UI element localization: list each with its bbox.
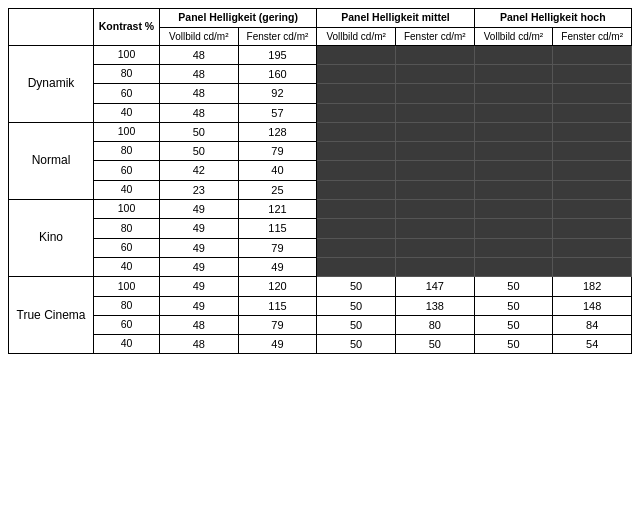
g3-vollbild [474,103,553,122]
table-row: True Cinema100491205014750182 [9,277,632,296]
g3-vollbild [474,200,553,219]
g3-fenster [553,238,632,257]
kontrast-value: 80 [94,142,160,161]
g1-vollbild: 48 [159,64,238,83]
table-row: 402325 [9,180,632,199]
g3-vollbild [474,238,553,257]
g1-vollbild: 49 [159,296,238,315]
g1-fenster: 57 [238,103,317,122]
header-g3-f: Fenster cd/m² [553,27,632,45]
kontrast-value: 40 [94,335,160,354]
g1-vollbild: 49 [159,257,238,276]
g2-vollbild [317,84,396,103]
kontrast-value: 60 [94,161,160,180]
g2-fenster [395,200,474,219]
g2-vollbild [317,180,396,199]
header-group2: Panel Helligkeit mittel [317,9,474,28]
g2-fenster: 50 [395,335,474,354]
g3-vollbild [474,84,553,103]
g3-fenster [553,142,632,161]
table-row: 40484950505054 [9,335,632,354]
g1-vollbild: 48 [159,103,238,122]
table-row: Dynamik10048195 [9,45,632,64]
table-row: Kino10049121 [9,200,632,219]
kontrast-value: 100 [94,122,160,141]
header-g2-vb: Vollbild cd/m² [317,27,396,45]
g3-fenster: 148 [553,296,632,315]
table-row: 60487950805084 [9,315,632,334]
g3-fenster: 182 [553,277,632,296]
g3-fenster [553,45,632,64]
header-group3: Panel Helligkeit hoch [474,9,631,28]
g1-vollbild: 42 [159,161,238,180]
g2-vollbild [317,45,396,64]
kontrast-value: 100 [94,200,160,219]
g3-fenster [553,257,632,276]
kontrast-value: 60 [94,315,160,334]
g1-vollbild: 48 [159,45,238,64]
g2-fenster [395,142,474,161]
g1-vollbild: 48 [159,335,238,354]
table-row: 404949 [9,257,632,276]
g2-vollbild [317,257,396,276]
header-kontrast: Kontrast % [94,9,160,46]
g3-vollbild: 50 [474,277,553,296]
g3-vollbild [474,64,553,83]
header-group1: Panel Helligkeit (gering) [159,9,316,28]
header-empty1 [9,9,94,46]
table-row: Normal10050128 [9,122,632,141]
g3-vollbild [474,161,553,180]
g1-vollbild: 49 [159,277,238,296]
g3-fenster [553,200,632,219]
table-row: 80491155013850148 [9,296,632,315]
kontrast-value: 60 [94,238,160,257]
g2-fenster [395,84,474,103]
kontrast-value: 40 [94,180,160,199]
g1-fenster: 79 [238,142,317,161]
g3-vollbild: 50 [474,315,553,334]
table-row: 404857 [9,103,632,122]
g2-fenster: 147 [395,277,474,296]
g3-vollbild: 50 [474,296,553,315]
g3-vollbild [474,45,553,64]
g1-vollbild: 50 [159,122,238,141]
kontrast-value: 60 [94,84,160,103]
g2-fenster [395,161,474,180]
group-label-cell: True Cinema [9,277,94,354]
g2-fenster [395,219,474,238]
g2-vollbild [317,200,396,219]
g2-fenster [395,180,474,199]
group-label-cell: Normal [9,122,94,199]
main-table: Kontrast % Panel Helligkeit (gering) Pan… [8,8,632,354]
g1-vollbild: 49 [159,200,238,219]
g2-vollbild [317,64,396,83]
g2-vollbild [317,122,396,141]
g2-fenster [395,45,474,64]
g3-fenster: 84 [553,315,632,334]
kontrast-value: 80 [94,64,160,83]
g2-vollbild [317,238,396,257]
table-row: 8049115 [9,219,632,238]
g2-vollbild: 50 [317,296,396,315]
kontrast-value: 100 [94,277,160,296]
g1-vollbild: 48 [159,315,238,334]
g3-fenster [553,122,632,141]
group-label-cell: Kino [9,200,94,277]
g2-vollbild: 50 [317,335,396,354]
g1-vollbild: 23 [159,180,238,199]
table-row: 805079 [9,142,632,161]
g3-vollbild [474,142,553,161]
g2-vollbild: 50 [317,277,396,296]
g1-fenster: 79 [238,315,317,334]
g1-fenster: 25 [238,180,317,199]
table-row: 604979 [9,238,632,257]
g1-fenster: 121 [238,200,317,219]
g1-fenster: 128 [238,122,317,141]
header-g1-vb: Vollbild cd/m² [159,27,238,45]
g3-fenster [553,103,632,122]
g1-vollbild: 48 [159,84,238,103]
g1-fenster: 49 [238,257,317,276]
g3-vollbild: 50 [474,335,553,354]
table-row: 8048160 [9,64,632,83]
g1-fenster: 49 [238,335,317,354]
